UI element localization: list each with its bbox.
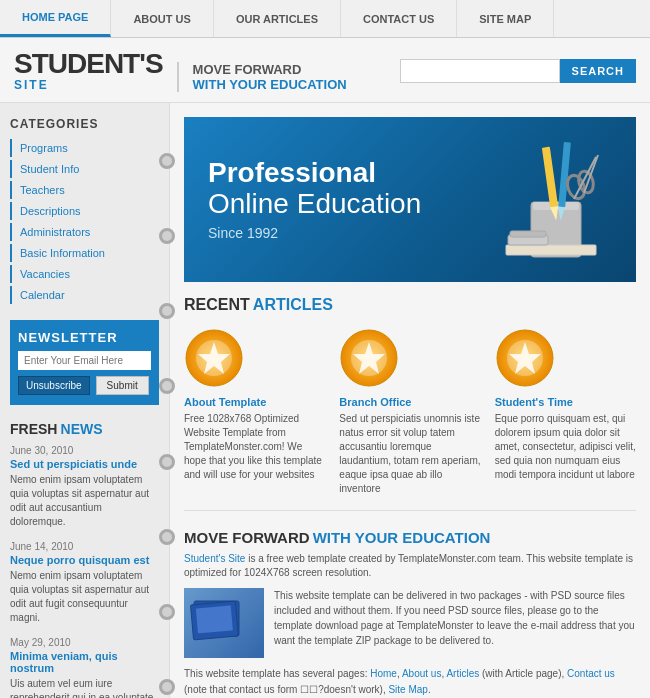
fresh-label: FRESH xyxy=(10,421,57,437)
list-item[interactable]: Descriptions xyxy=(10,202,159,220)
article-title[interactable]: Student's Time xyxy=(495,396,636,408)
news-headline[interactable]: Minima veniam, quis nostrum xyxy=(10,650,159,674)
recent-label: RECENT xyxy=(184,296,250,313)
ring xyxy=(159,228,175,244)
article-body: Eque porro quisquam est, qui dolorem ips… xyxy=(495,412,636,482)
article-icon xyxy=(495,328,555,388)
newsletter-email-input[interactable] xyxy=(18,351,151,370)
recent-articles-section: RECENT ARTICLES xyxy=(170,282,650,529)
ring xyxy=(159,153,175,169)
main-layout: CATEGORIES Programs Student Info Teacher… xyxy=(0,103,650,698)
nav-home[interactable]: HOME PAGE xyxy=(0,0,111,37)
news-body: Nemo enim ipsam voluptatem quia voluptas… xyxy=(10,473,159,529)
logo-text: STUDENT'S xyxy=(14,50,163,78)
ring xyxy=(159,454,175,470)
nav-bar: HOME PAGE ABOUT US OUR ARTICLES CONTACT … xyxy=(0,0,650,38)
articles-label: ARTICLES xyxy=(253,296,333,313)
logo-sub: SITE xyxy=(14,78,163,92)
list-item[interactable]: Administrators xyxy=(10,223,159,241)
move-forward-section: MOVE FORWARD WITH YOUR EDUCATION Student… xyxy=(170,529,650,698)
news-item: June 30, 2010 Sed ut perspiciatis unde N… xyxy=(10,445,159,529)
list-item[interactable]: Vacancies xyxy=(10,265,159,283)
news-date: June 14, 2010 xyxy=(10,541,159,552)
mf-intro-text: is a free web template created by Templa… xyxy=(184,553,633,578)
svg-rect-25 xyxy=(196,605,233,633)
sidebar: CATEGORIES Programs Student Info Teacher… xyxy=(0,103,170,698)
articles-grid: About Template Free 1028x768 Optimized W… xyxy=(184,328,636,496)
footer-articles-link[interactable]: Articles xyxy=(446,668,479,679)
news-date: May 29, 2010 xyxy=(10,637,159,648)
mf-footer: This website template has several pages:… xyxy=(184,666,636,698)
tagline2: WITH YOUR EDUCATION xyxy=(193,77,347,92)
article-title[interactable]: About Template xyxy=(184,396,325,408)
ring xyxy=(159,378,175,394)
svg-rect-2 xyxy=(542,147,558,208)
search-input[interactable] xyxy=(400,59,560,83)
ring xyxy=(159,679,175,695)
nav-articles[interactable]: OUR ARTICLES xyxy=(214,0,341,37)
mf-intro: Student's Site is a free web template cr… xyxy=(184,552,636,580)
list-item[interactable]: Calendar xyxy=(10,286,159,304)
hero-banner: Professional Online Education Since 1992 xyxy=(184,117,636,282)
fresh-news-section: FRESH NEWS June 30, 2010 Sed ut perspici… xyxy=(10,421,159,698)
mf-body-text: This website template can be delivered i… xyxy=(274,588,636,658)
article-title[interactable]: Branch Office xyxy=(339,396,480,408)
unsubscribe-button[interactable]: Unsubscribe xyxy=(18,376,90,395)
mf-title: MOVE FORWARD WITH YOUR EDUCATION xyxy=(184,529,636,546)
logo-area: STUDENT'S SITE MOVE FORWARD WITH YOUR ED… xyxy=(14,50,347,92)
article-icon xyxy=(339,328,399,388)
mf-body: This website template can be delivered i… xyxy=(184,588,636,658)
hero-line1: Professional xyxy=(208,158,421,189)
nav-about[interactable]: ABOUT US xyxy=(111,0,213,37)
students-site-link[interactable]: Student's Site xyxy=(184,553,245,564)
footer-contact-link[interactable]: Contact us xyxy=(567,668,615,679)
footer-sitemap-link[interactable]: Site Map xyxy=(388,684,427,695)
search-area: SEARCH xyxy=(400,59,636,83)
hero-line2: Online Education xyxy=(208,189,421,220)
news-label: NEWS xyxy=(61,421,103,437)
category-list: Programs Student Info Teachers Descripti… xyxy=(10,139,159,304)
mf-move-label: MOVE FORWARD xyxy=(184,529,310,546)
article-card: Branch Office Sed ut perspiciatis unomni… xyxy=(339,328,480,496)
search-button[interactable]: SEARCH xyxy=(560,59,636,83)
fresh-news-title: FRESH NEWS xyxy=(10,421,159,437)
article-body: Sed ut perspiciatis unomnis iste natus e… xyxy=(339,412,480,496)
ring xyxy=(159,303,175,319)
article-card: Student's Time Eque porro quisquam est, … xyxy=(495,328,636,496)
tagline1: MOVE FORWARD xyxy=(193,62,347,77)
ring xyxy=(159,604,175,620)
svg-rect-12 xyxy=(510,231,546,237)
list-item[interactable]: Teachers xyxy=(10,181,159,199)
hero-text: Professional Online Education Since 1992 xyxy=(208,158,421,242)
nav-sitemap[interactable]: SITE MAP xyxy=(457,0,554,37)
news-body: Nemo enim ipsam voluptatem quia voluptas… xyxy=(10,569,159,625)
logo: STUDENT'S SITE xyxy=(14,50,163,92)
news-date: June 30, 2010 xyxy=(10,445,159,456)
tagline: MOVE FORWARD WITH YOUR EDUCATION xyxy=(177,62,347,92)
article-body: Free 1028x768 Optimized Website Template… xyxy=(184,412,325,482)
divider xyxy=(184,510,636,511)
news-item: June 14, 2010 Neque porro quisquam est N… xyxy=(10,541,159,625)
header: STUDENT'S SITE MOVE FORWARD WITH YOUR ED… xyxy=(0,38,650,103)
hero-line3: Since 1992 xyxy=(208,225,421,241)
footer-about-link[interactable]: About us xyxy=(402,668,441,679)
list-item[interactable]: Basic Information xyxy=(10,244,159,262)
categories-title: CATEGORIES xyxy=(10,117,159,131)
list-item[interactable]: Student Info xyxy=(10,160,159,178)
article-icon xyxy=(184,328,244,388)
news-item: May 29, 2010 Minima veniam, quis nostrum… xyxy=(10,637,159,698)
list-item[interactable]: Programs xyxy=(10,139,159,157)
newsletter-submit-button[interactable]: Submit xyxy=(96,376,149,395)
newsletter-buttons: Unsubscribe Submit xyxy=(18,376,151,395)
news-body: Uis autem vel eum iure reprehenderit qui… xyxy=(10,677,159,698)
mf-edu-label: WITH YOUR EDUCATION xyxy=(313,529,491,546)
footer-home-link[interactable]: Home xyxy=(370,668,397,679)
hero-image xyxy=(486,127,616,267)
notebook-rings xyxy=(159,103,179,698)
nav-contact[interactable]: CONTACT US xyxy=(341,0,457,37)
main-content: Professional Online Education Since 1992 xyxy=(170,103,650,698)
news-headline[interactable]: Sed ut perspiciatis unde xyxy=(10,458,159,470)
recent-header: RECENT ARTICLES xyxy=(184,296,636,314)
newsletter-title: NEWSLETTER xyxy=(18,330,151,345)
news-headline[interactable]: Neque porro quisquam est xyxy=(10,554,159,566)
